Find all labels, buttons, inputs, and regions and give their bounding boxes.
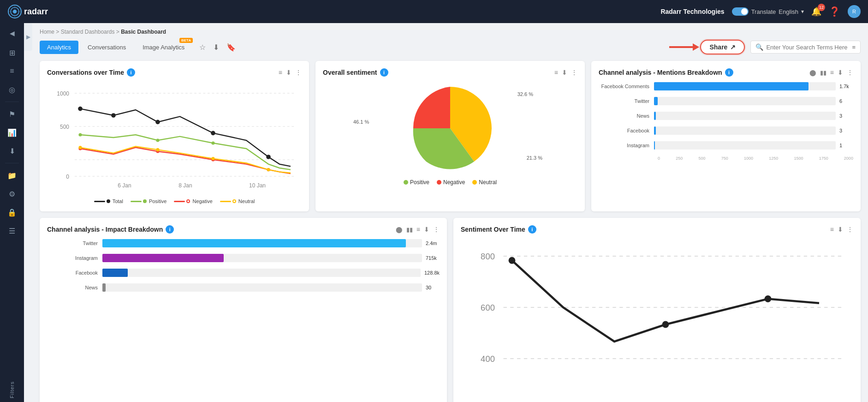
download-icon-impact[interactable]: ⬇: [424, 226, 429, 233]
translate-toggle: Translate English ▾: [732, 7, 804, 16]
sidebar-toggle[interactable]: ◀: [6, 27, 18, 40]
more-icon-s[interactable]: ⋮: [571, 69, 577, 76]
card-sentiment-over-time: Sentiment Over Time i ≡ ⬇ ⋮ 800 600 400: [453, 218, 861, 402]
tab-image-analytics[interactable]: Image Analytics BETA: [135, 41, 192, 54]
bar-label-news: News: [599, 113, 654, 119]
download-icon[interactable]: ⬇: [286, 69, 291, 76]
impact-fill-news: [102, 283, 106, 292]
more-icon[interactable]: ⋮: [295, 69, 302, 76]
download-icon-s[interactable]: ⬇: [562, 69, 567, 76]
lang-chevron[interactable]: ▾: [801, 8, 804, 15]
sidebar-item-flag[interactable]: ⚑: [4, 106, 20, 122]
card-title-sentiment: Overall sentiment: [323, 69, 377, 76]
share-button[interactable]: Share ↗: [700, 40, 745, 54]
legend-positive-label: Positive: [149, 198, 167, 204]
info-icon-mentions[interactable]: i: [725, 68, 733, 77]
svg-point-17: [111, 113, 116, 118]
positive-dot: [404, 180, 408, 185]
pie-chart-icon[interactable]: ⬤: [809, 69, 816, 76]
share-area: Share ↗ 🔍 ≡: [669, 40, 861, 54]
pie-legend: Positive Negative Neutral: [404, 179, 497, 186]
card-title-impact: Channel analysis - Impact Breakdown: [47, 226, 163, 233]
impact-fill-twitter: [102, 239, 406, 247]
sidebar-divider-1: [5, 102, 19, 102]
sidebar-item-dashboard[interactable]: ⊞: [4, 44, 20, 61]
card-actions-sentiment: ≡ ⬇ ⋮: [554, 69, 577, 76]
sidebar-item-circle[interactable]: ◎: [4, 81, 20, 98]
svg-text:600: 600: [481, 303, 495, 312]
search-box[interactable]: 🔍 ≡: [750, 41, 861, 54]
bar-track-fb-comments: [654, 82, 836, 90]
sidebar-item-list[interactable]: ≡: [4, 63, 20, 79]
tab-conversations[interactable]: Conversations: [80, 41, 133, 54]
svg-point-19: [211, 131, 215, 136]
x-label-500: 500: [698, 156, 705, 161]
positive-text: Positive: [410, 179, 429, 186]
svg-point-29: [156, 148, 159, 151]
svg-text:8 Jan: 8 Jan: [178, 182, 192, 189]
filter-icon[interactable]: ≡: [852, 44, 856, 51]
tab-analytics[interactable]: Analytics: [40, 41, 78, 54]
language-label: English: [779, 8, 798, 15]
impact-label-instagram: Instagram: [47, 255, 102, 261]
bar-label-fb-comments: Facebook Comments: [599, 84, 654, 89]
sidebar-item-menu[interactable]: ☰: [4, 222, 20, 239]
bar-value-news: 3: [839, 113, 853, 119]
star-icon[interactable]: ☆: [197, 41, 208, 54]
svg-point-31: [267, 168, 270, 171]
sidebar-item-folder[interactable]: 📁: [4, 167, 20, 184]
sidebar-item-download[interactable]: ⬇: [4, 143, 20, 159]
avatar[interactable]: R: [848, 5, 861, 18]
notification-bell[interactable]: 🔔 12: [811, 6, 821, 17]
card-title-sot: Sentiment Over Time: [461, 226, 525, 233]
info-icon-impact[interactable]: i: [166, 225, 174, 234]
line-chart-area: 1000 500 0 6 Jan 8 Jan 10 Jan: [47, 82, 302, 204]
filter-lines-icon[interactable]: ≡: [279, 69, 282, 76]
svg-point-40: [765, 295, 772, 302]
info-icon-conversations[interactable]: i: [127, 68, 135, 77]
more-sot[interactable]: ⋮: [847, 226, 853, 233]
impact-value-twitter: 2.4m: [426, 240, 440, 246]
download-icon-m[interactable]: ⬇: [838, 69, 843, 76]
bar-value-instagram: 1: [839, 143, 853, 148]
share-icon: ↗: [730, 43, 736, 51]
sidebar-item-settings[interactable]: ⚙: [4, 186, 20, 202]
svg-point-20: [266, 155, 271, 159]
breadcrumb-standard: Standard Dashboards: [61, 29, 115, 35]
filter-icon-impact[interactable]: ≡: [416, 226, 420, 233]
more-icon-m[interactable]: ⋮: [847, 69, 853, 76]
svg-point-38: [509, 257, 516, 264]
pie-icon-impact[interactable]: ⬤: [396, 226, 403, 233]
pie-legend-negative: Negative: [437, 179, 465, 186]
info-icon-sot[interactable]: i: [528, 225, 536, 234]
sidebar: ◀ ⊞ ≡ ◎ ⚑ 📊 ⬇ 📁 ⚙ 🔒 ☰ Filters: [0, 23, 24, 402]
impact-bar-row-instagram: Instagram 715k: [47, 254, 440, 262]
x-label-0: 0: [658, 156, 660, 161]
info-icon-sentiment[interactable]: i: [380, 68, 388, 77]
left-panel-toggle[interactable]: ▶: [24, 23, 32, 51]
more-icon-impact[interactable]: ⋮: [433, 226, 440, 233]
bottom-grid: Channel analysis - Impact Breakdown i ⬤ …: [40, 218, 861, 402]
x-label-1500: 1500: [794, 156, 803, 161]
card-actions-sot: ≡ ⬇ ⋮: [830, 226, 853, 233]
filter-lines-sot[interactable]: ≡: [830, 226, 834, 233]
bar-track-twitter: [654, 97, 836, 105]
filter-lines-icon-s[interactable]: ≡: [554, 69, 558, 76]
sidebar-item-analytics[interactable]: 📊: [4, 124, 20, 141]
pie-legend-neutral: Neutral: [472, 179, 497, 186]
filter-lines-icon-m[interactable]: ≡: [830, 69, 834, 76]
bar-label-instagram: Instagram: [599, 143, 654, 148]
sidebar-item-lock[interactable]: 🔒: [4, 204, 20, 221]
search-input[interactable]: [766, 44, 849, 51]
bookmark-icon[interactable]: 🔖: [225, 41, 238, 54]
bar-x-axis: 0 250 500 750 1000 1250 1500 1750 2000: [599, 156, 853, 161]
pie-chart: 32.6 % 21.3 % 46.1 %: [404, 82, 496, 174]
svg-point-30: [211, 157, 214, 160]
translate-switch[interactable]: [732, 7, 749, 16]
bar-chart-icon[interactable]: ▮▮: [820, 69, 826, 76]
help-icon[interactable]: ❓: [829, 6, 840, 17]
download-sot[interactable]: ⬇: [838, 226, 843, 233]
arrow-head: [693, 43, 699, 51]
download-tab-icon[interactable]: ⬇: [211, 41, 221, 54]
bar-icon-impact[interactable]: ▮▮: [406, 226, 413, 233]
